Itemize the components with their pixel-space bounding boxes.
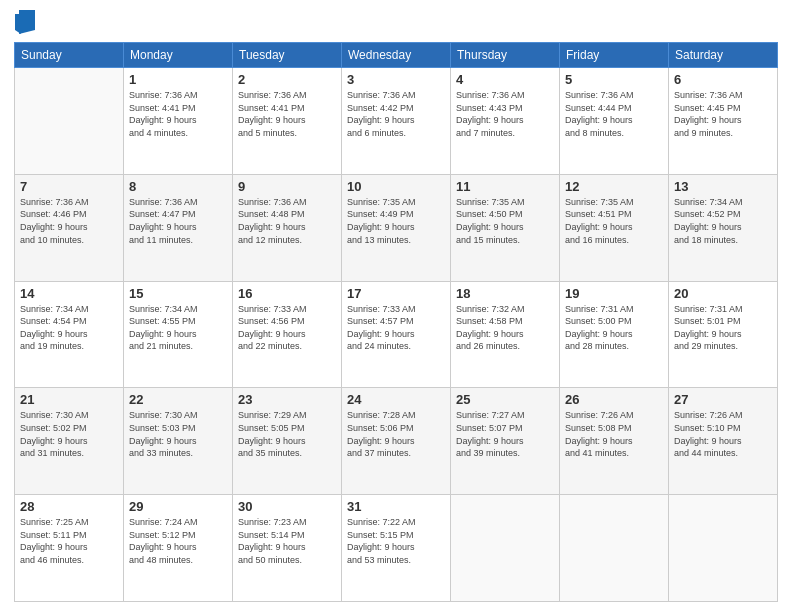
- calendar-cell: 6Sunrise: 7:36 AM Sunset: 4:45 PM Daylig…: [669, 68, 778, 175]
- calendar-week-1: 1Sunrise: 7:36 AM Sunset: 4:41 PM Daylig…: [15, 68, 778, 175]
- day-info: Sunrise: 7:24 AM Sunset: 5:12 PM Dayligh…: [129, 516, 227, 566]
- day-info: Sunrise: 7:31 AM Sunset: 5:01 PM Dayligh…: [674, 303, 772, 353]
- day-number: 25: [456, 392, 554, 407]
- day-number: 22: [129, 392, 227, 407]
- calendar-week-3: 14Sunrise: 7:34 AM Sunset: 4:54 PM Dayli…: [15, 281, 778, 388]
- day-info: Sunrise: 7:28 AM Sunset: 5:06 PM Dayligh…: [347, 409, 445, 459]
- day-number: 20: [674, 286, 772, 301]
- calendar-cell: 11Sunrise: 7:35 AM Sunset: 4:50 PM Dayli…: [451, 174, 560, 281]
- day-info: Sunrise: 7:35 AM Sunset: 4:50 PM Dayligh…: [456, 196, 554, 246]
- calendar-table: SundayMondayTuesdayWednesdayThursdayFrid…: [14, 42, 778, 602]
- day-info: Sunrise: 7:23 AM Sunset: 5:14 PM Dayligh…: [238, 516, 336, 566]
- calendar-header-thursday: Thursday: [451, 43, 560, 68]
- day-info: Sunrise: 7:36 AM Sunset: 4:41 PM Dayligh…: [129, 89, 227, 139]
- day-info: Sunrise: 7:36 AM Sunset: 4:44 PM Dayligh…: [565, 89, 663, 139]
- calendar-cell: [15, 68, 124, 175]
- calendar-cell: 29Sunrise: 7:24 AM Sunset: 5:12 PM Dayli…: [124, 495, 233, 602]
- calendar-cell: 4Sunrise: 7:36 AM Sunset: 4:43 PM Daylig…: [451, 68, 560, 175]
- calendar-week-5: 28Sunrise: 7:25 AM Sunset: 5:11 PM Dayli…: [15, 495, 778, 602]
- day-info: Sunrise: 7:29 AM Sunset: 5:05 PM Dayligh…: [238, 409, 336, 459]
- day-number: 15: [129, 286, 227, 301]
- calendar-cell: 10Sunrise: 7:35 AM Sunset: 4:49 PM Dayli…: [342, 174, 451, 281]
- day-info: Sunrise: 7:35 AM Sunset: 4:51 PM Dayligh…: [565, 196, 663, 246]
- day-number: 17: [347, 286, 445, 301]
- calendar-cell: 16Sunrise: 7:33 AM Sunset: 4:56 PM Dayli…: [233, 281, 342, 388]
- calendar-cell: 2Sunrise: 7:36 AM Sunset: 4:41 PM Daylig…: [233, 68, 342, 175]
- calendar-cell: 13Sunrise: 7:34 AM Sunset: 4:52 PM Dayli…: [669, 174, 778, 281]
- calendar-header-friday: Friday: [560, 43, 669, 68]
- calendar-cell: 14Sunrise: 7:34 AM Sunset: 4:54 PM Dayli…: [15, 281, 124, 388]
- day-number: 29: [129, 499, 227, 514]
- day-number: 14: [20, 286, 118, 301]
- day-number: 19: [565, 286, 663, 301]
- calendar-cell: 8Sunrise: 7:36 AM Sunset: 4:47 PM Daylig…: [124, 174, 233, 281]
- calendar-cell: 23Sunrise: 7:29 AM Sunset: 5:05 PM Dayli…: [233, 388, 342, 495]
- day-number: 13: [674, 179, 772, 194]
- day-info: Sunrise: 7:35 AM Sunset: 4:49 PM Dayligh…: [347, 196, 445, 246]
- calendar-cell: [451, 495, 560, 602]
- logo-text: [14, 10, 36, 34]
- calendar-cell: 25Sunrise: 7:27 AM Sunset: 5:07 PM Dayli…: [451, 388, 560, 495]
- day-number: 27: [674, 392, 772, 407]
- day-info: Sunrise: 7:26 AM Sunset: 5:08 PM Dayligh…: [565, 409, 663, 459]
- calendar-cell: 12Sunrise: 7:35 AM Sunset: 4:51 PM Dayli…: [560, 174, 669, 281]
- logo: [14, 10, 36, 34]
- day-info: Sunrise: 7:34 AM Sunset: 4:54 PM Dayligh…: [20, 303, 118, 353]
- calendar-cell: 22Sunrise: 7:30 AM Sunset: 5:03 PM Dayli…: [124, 388, 233, 495]
- header: [14, 10, 778, 34]
- day-info: Sunrise: 7:36 AM Sunset: 4:43 PM Dayligh…: [456, 89, 554, 139]
- calendar-cell: 24Sunrise: 7:28 AM Sunset: 5:06 PM Dayli…: [342, 388, 451, 495]
- calendar-cell: 9Sunrise: 7:36 AM Sunset: 4:48 PM Daylig…: [233, 174, 342, 281]
- svg-marker-0: [19, 10, 35, 34]
- day-number: 1: [129, 72, 227, 87]
- calendar-header-row: SundayMondayTuesdayWednesdayThursdayFrid…: [15, 43, 778, 68]
- day-number: 4: [456, 72, 554, 87]
- calendar-header-monday: Monday: [124, 43, 233, 68]
- page: SundayMondayTuesdayWednesdayThursdayFrid…: [0, 0, 792, 612]
- day-info: Sunrise: 7:30 AM Sunset: 5:03 PM Dayligh…: [129, 409, 227, 459]
- calendar-cell: 21Sunrise: 7:30 AM Sunset: 5:02 PM Dayli…: [15, 388, 124, 495]
- day-number: 10: [347, 179, 445, 194]
- calendar-header-tuesday: Tuesday: [233, 43, 342, 68]
- calendar-week-4: 21Sunrise: 7:30 AM Sunset: 5:02 PM Dayli…: [15, 388, 778, 495]
- calendar-header-saturday: Saturday: [669, 43, 778, 68]
- logo-icon: [15, 10, 35, 34]
- day-info: Sunrise: 7:34 AM Sunset: 4:52 PM Dayligh…: [674, 196, 772, 246]
- day-number: 24: [347, 392, 445, 407]
- day-info: Sunrise: 7:36 AM Sunset: 4:42 PM Dayligh…: [347, 89, 445, 139]
- calendar-week-2: 7Sunrise: 7:36 AM Sunset: 4:46 PM Daylig…: [15, 174, 778, 281]
- calendar-cell: 28Sunrise: 7:25 AM Sunset: 5:11 PM Dayli…: [15, 495, 124, 602]
- calendar-cell: 26Sunrise: 7:26 AM Sunset: 5:08 PM Dayli…: [560, 388, 669, 495]
- day-number: 7: [20, 179, 118, 194]
- calendar-cell: [560, 495, 669, 602]
- day-number: 16: [238, 286, 336, 301]
- calendar-cell: 18Sunrise: 7:32 AM Sunset: 4:58 PM Dayli…: [451, 281, 560, 388]
- day-info: Sunrise: 7:27 AM Sunset: 5:07 PM Dayligh…: [456, 409, 554, 459]
- day-info: Sunrise: 7:36 AM Sunset: 4:48 PM Dayligh…: [238, 196, 336, 246]
- day-info: Sunrise: 7:26 AM Sunset: 5:10 PM Dayligh…: [674, 409, 772, 459]
- calendar-cell: 30Sunrise: 7:23 AM Sunset: 5:14 PM Dayli…: [233, 495, 342, 602]
- calendar-cell: 7Sunrise: 7:36 AM Sunset: 4:46 PM Daylig…: [15, 174, 124, 281]
- day-number: 21: [20, 392, 118, 407]
- day-number: 26: [565, 392, 663, 407]
- calendar-cell: 3Sunrise: 7:36 AM Sunset: 4:42 PM Daylig…: [342, 68, 451, 175]
- calendar-cell: 17Sunrise: 7:33 AM Sunset: 4:57 PM Dayli…: [342, 281, 451, 388]
- day-number: 3: [347, 72, 445, 87]
- day-info: Sunrise: 7:33 AM Sunset: 4:57 PM Dayligh…: [347, 303, 445, 353]
- day-info: Sunrise: 7:36 AM Sunset: 4:41 PM Dayligh…: [238, 89, 336, 139]
- day-number: 6: [674, 72, 772, 87]
- calendar-cell: 5Sunrise: 7:36 AM Sunset: 4:44 PM Daylig…: [560, 68, 669, 175]
- day-number: 11: [456, 179, 554, 194]
- calendar-cell: 31Sunrise: 7:22 AM Sunset: 5:15 PM Dayli…: [342, 495, 451, 602]
- calendar-cell: 1Sunrise: 7:36 AM Sunset: 4:41 PM Daylig…: [124, 68, 233, 175]
- day-number: 2: [238, 72, 336, 87]
- day-number: 28: [20, 499, 118, 514]
- day-info: Sunrise: 7:36 AM Sunset: 4:46 PM Dayligh…: [20, 196, 118, 246]
- day-number: 23: [238, 392, 336, 407]
- day-number: 8: [129, 179, 227, 194]
- calendar-header-wednesday: Wednesday: [342, 43, 451, 68]
- calendar-cell: [669, 495, 778, 602]
- day-info: Sunrise: 7:32 AM Sunset: 4:58 PM Dayligh…: [456, 303, 554, 353]
- day-number: 12: [565, 179, 663, 194]
- day-number: 5: [565, 72, 663, 87]
